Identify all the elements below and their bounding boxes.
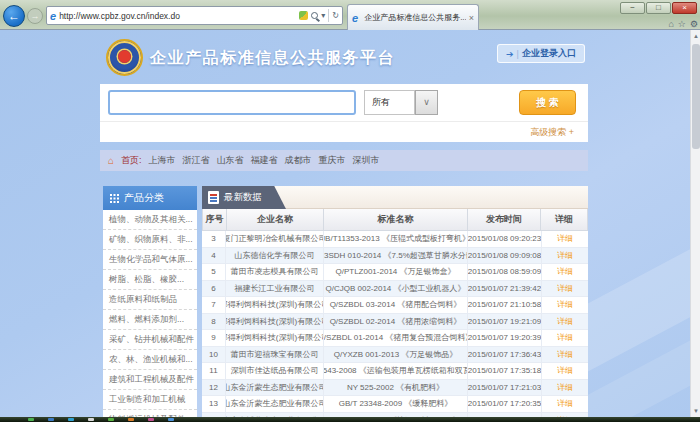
nav-home-icon: ⌂ xyxy=(108,155,114,166)
scroll-up-icon[interactable]: ▲ xyxy=(691,30,700,42)
col-detail: 详细 xyxy=(541,209,587,230)
taskbar-icon[interactable] xyxy=(108,418,114,421)
refresh-icon[interactable]: ↻ xyxy=(332,11,339,20)
col-date: 发布时间 xyxy=(468,209,542,230)
cell-company: 莆田市凌志模具有限公司 xyxy=(226,264,324,280)
cell-no: 7 xyxy=(202,297,226,313)
cell-no: 9 xyxy=(202,330,226,346)
table-tab-row: 最新数据 xyxy=(202,186,588,209)
cell-company: 邦得利饲料科技(深圳)有限公司 xyxy=(226,297,324,313)
page-scrollbar[interactable]: ▲ ▼ xyxy=(690,30,700,417)
cell-no: 5 xyxy=(202,264,226,280)
home-icon[interactable]: ⌂ xyxy=(668,19,673,29)
sidebar-item-paper-products[interactable]: 造纸原料和纸制品 xyxy=(103,290,197,310)
cell-date: 2015/01/07 21:39:42 xyxy=(468,281,542,297)
search-dropdown-caret-icon[interactable]: ▾ xyxy=(321,11,325,20)
sidebar-item-resins-rubber[interactable]: 树脂、松脂、橡胶... xyxy=(103,270,197,290)
taskbar-icon[interactable] xyxy=(68,418,74,421)
sidebar-item-material-handling[interactable]: 物料搬运机械及配件 xyxy=(103,410,197,417)
detail-link[interactable]: 详细 xyxy=(557,250,573,261)
cell-standard: Q/CJQB 002-2014 《小型工业机器人》 xyxy=(324,281,468,297)
table-row: 12 山东金沂蒙生态肥业有限公司 NY 525-2002 《有机肥料》 2015… xyxy=(202,380,588,397)
taskbar-icon[interactable] xyxy=(148,418,154,421)
compatibility-view-icon[interactable] xyxy=(299,11,308,20)
enterprise-login-button[interactable]: ➔ | 企业登录入口 xyxy=(497,44,585,63)
nav-link-shanghai[interactable]: 上海市 xyxy=(149,154,176,167)
cell-company: 厦门正黎明冶金机械有限公司 xyxy=(226,231,324,247)
url-text[interactable]: http://www.cpbz.gov.cn/index.do xyxy=(59,11,299,21)
detail-link[interactable]: 详细 xyxy=(557,283,573,294)
scrollbar-thumb[interactable] xyxy=(692,44,700,149)
nav-link-fujian[interactable]: 福建省 xyxy=(251,154,278,167)
category-select[interactable]: 所有 xyxy=(364,90,415,115)
detail-link[interactable]: 详细 xyxy=(557,233,573,244)
cell-standard: Q/YXZB 001-2013 《万足银饰品》 xyxy=(324,347,468,363)
taskbar-icon[interactable] xyxy=(28,418,34,421)
detail-link[interactable]: 详细 xyxy=(557,266,573,277)
detail-link[interactable]: 详细 xyxy=(557,398,573,409)
table-row: 9 邦得利饲料科技(深圳)有限公司 Q/SZBDL 01-2014 《猪用复合预… xyxy=(202,330,588,347)
region-nav: ⌂ 首页: 上海市 浙江省 山东省 福建省 成都市 重庆市 深圳市 xyxy=(100,150,588,171)
detail-link[interactable]: 详细 xyxy=(557,365,573,376)
browser-chrome: − □ × ← → e http://www.cpbz.gov.cn/index… xyxy=(0,0,700,30)
table-row: 4 山东德信化学有限公司 Q/370783SDH 010-2014 《7.5%超… xyxy=(202,248,588,265)
sidebar-item-plants-animals[interactable]: 植物、动物及其相关... xyxy=(103,210,197,230)
taskbar-icon[interactable] xyxy=(48,418,54,421)
cell-company: 山东金沂蒙生态肥业有限公司 xyxy=(226,380,324,396)
cell-date: 2015/01/08 09:09:08 xyxy=(468,248,542,264)
col-serial: 序号 xyxy=(203,209,227,230)
windows-taskbar[interactable] xyxy=(0,417,700,422)
nav-link-shenzhen[interactable]: 深圳市 xyxy=(353,154,380,167)
detail-link[interactable]: 详细 xyxy=(557,316,573,327)
nav-link-shandong[interactable]: 山东省 xyxy=(217,154,244,167)
scroll-down-icon[interactable]: ▼ xyxy=(691,405,700,417)
sidebar-item-minerals-textiles[interactable]: 矿物、织物原料、非... xyxy=(103,230,197,250)
search-icon[interactable] xyxy=(311,12,318,19)
divider xyxy=(328,9,329,22)
back-button[interactable]: ← xyxy=(3,5,25,27)
detail-link[interactable]: 详细 xyxy=(557,349,573,360)
nav-link-chengdu[interactable]: 成都市 xyxy=(285,154,312,167)
taskbar-icon[interactable] xyxy=(168,418,174,421)
select-arrow-button[interactable]: ∨ xyxy=(415,90,438,115)
sidebar-item-agriculture-machinery[interactable]: 农、林、渔业机械和... xyxy=(103,350,197,370)
tab-latest-data[interactable]: 最新数据 xyxy=(202,186,286,209)
nav-link-zhejiang[interactable]: 浙江省 xyxy=(183,154,210,167)
sidebar-item-fuels-additives[interactable]: 燃料、燃料添加剂... xyxy=(103,310,197,330)
nav-link-chongqing[interactable]: 重庆市 xyxy=(319,154,346,167)
sidebar-item-mining-drilling[interactable]: 采矿、钻井机械和配件 xyxy=(103,330,197,350)
taskbar-icon[interactable] xyxy=(128,418,134,421)
cell-standard: JB/T11353-2013 《压辊式成型板打弯机》 xyxy=(324,231,468,247)
advanced-search-link[interactable]: 高级搜索 + xyxy=(530,127,574,137)
sidebar-item-industrial-machinery[interactable]: 工业制造和加工机械 xyxy=(103,390,197,410)
detail-link[interactable]: 详细 xyxy=(557,382,573,393)
webpage: 企业产品标准信息公共服务平台 ➔ | 企业登录入口 所有 ∨ 搜 索 高级搜索 … xyxy=(0,30,690,417)
favorites-star-icon[interactable]: ☆ xyxy=(678,19,686,29)
sidebar-item-construction-machinery[interactable]: 建筑和工程机械及配件 xyxy=(103,370,197,390)
tab-latest-data-label: 最新数据 xyxy=(224,191,262,204)
tab-close-icon[interactable]: × xyxy=(469,13,474,23)
category-sidebar: 产品分类 植物、动物及其相关... 矿物、织物原料、非... 生物化学品和气体原… xyxy=(103,186,197,417)
detail-link[interactable]: 详细 xyxy=(557,299,573,310)
search-input[interactable] xyxy=(108,90,356,115)
tools-gear-icon[interactable]: ⚙ xyxy=(690,19,698,29)
cell-no: 6 xyxy=(202,281,226,297)
table-row: 7 邦得利饲料科技(深圳)有限公司 Q/SZBDL 03-2014 《猪用配合饲… xyxy=(202,297,588,314)
cell-no: 10 xyxy=(202,347,226,363)
table-row: 10 莆田市迎禧珠宝有限公司 Q/YXZB 001-2013 《万足银饰品》 2… xyxy=(202,347,588,364)
table-row: 3 厦门正黎明冶金机械有限公司 JB/T11353-2013 《压辊式成型板打弯… xyxy=(202,231,588,248)
cell-standard: Q/SZBDL 01-2014 《猪用复合预混合饲料》 xyxy=(324,330,468,346)
sidebar-item-biochemicals-gases[interactable]: 生物化学品和气体原... xyxy=(103,250,197,270)
browser-tab[interactable]: e 企业产品标准信息公共服务... × xyxy=(347,4,479,30)
nav-home-label[interactable]: 首页: xyxy=(121,154,142,167)
cell-standard: Q/PTLZ001-2014 《万足银饰盒》 xyxy=(324,264,468,280)
search-panel: 所有 ∨ 搜 索 高级搜索 + xyxy=(100,84,588,142)
cell-no: 11 xyxy=(202,363,226,379)
cell-company: 山东德信化学有限公司 xyxy=(226,248,324,264)
detail-link[interactable]: 详细 xyxy=(557,332,573,343)
cell-company: 邦得利饲料科技(深圳)有限公司 xyxy=(226,330,324,346)
taskbar-icon[interactable] xyxy=(88,418,94,421)
forward-button[interactable]: → xyxy=(27,8,43,24)
address-bar[interactable]: e http://www.cpbz.gov.cn/index.do ▾ ↻ xyxy=(46,6,343,25)
search-button[interactable]: 搜 索 xyxy=(519,90,576,115)
